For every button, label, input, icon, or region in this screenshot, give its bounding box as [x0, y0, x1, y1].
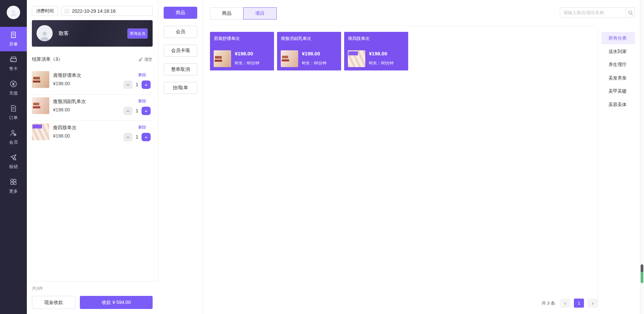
action-hold-order-button[interactable]: 挂/取单: [164, 82, 197, 94]
sidebar-item-label: 售卡: [9, 66, 18, 72]
product-name: 肩颈舒缓单次: [214, 36, 240, 42]
product-card[interactable]: 瘦脸消副乳单次 ¥198.00 时长：60分钟: [277, 32, 341, 70]
quantity-decrease-button[interactable]: −: [123, 81, 132, 89]
product-price: ¥198.00: [235, 51, 253, 56]
quantity-decrease-button[interactable]: −: [123, 107, 132, 115]
category-item-hair[interactable]: 美发养发: [601, 72, 635, 84]
category-item-nails[interactable]: 美甲美睫: [601, 85, 635, 97]
category-item-all[interactable]: 所有分类: [601, 32, 635, 44]
sidebar-item-label: 充值: [9, 90, 18, 96]
quantity-value: 1: [132, 108, 142, 113]
sidebar-item-members[interactable]: 会员: [0, 125, 27, 149]
sidebar-item-verify[interactable]: 核销: [0, 149, 27, 174]
quantity-increase-button[interactable]: +: [142, 81, 151, 89]
clear-cart-label: 清空: [144, 57, 152, 62]
cart-item-price: ¥198.00: [53, 81, 70, 86]
cart-item-name: 瘦四肢单次: [53, 125, 76, 131]
clear-cart-button[interactable]: 清空: [138, 57, 152, 62]
cart-list: 肩颈舒缓单次 ¥198.00 删除 − 1 + 瘦脸消副乳单次 ¥198.00 …: [32, 68, 153, 147]
action-member-button[interactable]: 会员: [164, 26, 197, 38]
product-card[interactable]: 瘦四肢单次 ¥198.00 时长：60分钟: [344, 32, 408, 70]
query-member-button[interactable]: 查询会员: [127, 29, 148, 39]
datetime-input[interactable]: [72, 8, 150, 14]
sidebar-item-billing[interactable]: 开单: [0, 27, 27, 51]
quantity-value: 1: [132, 134, 142, 140]
sidebar-item-more[interactable]: 更多: [0, 174, 27, 198]
sidebar-item-label: 核销: [9, 164, 18, 170]
category-tabs: 商品 项目: [210, 7, 277, 19]
product-duration: 时长：60分钟: [235, 60, 259, 66]
verify-icon: [9, 153, 17, 161]
action-column: 商品 会员 会员卡项 整单取消 挂/取单: [158, 0, 203, 314]
cart-item-name: 瘦脸消副乳单次: [53, 99, 86, 105]
pagination: 共 3 条 ‹ 1 ›: [203, 299, 598, 308]
search-button[interactable]: [626, 8, 635, 17]
sell-card-icon: [9, 55, 17, 63]
time-type-button[interactable]: 消费时间: [32, 6, 58, 16]
tab-projects[interactable]: 项目: [243, 7, 277, 19]
orders-icon: [9, 104, 17, 112]
category-item-water-delivery[interactable]: 送水到家: [601, 45, 635, 58]
cart-item-name: 肩颈舒缓单次: [53, 72, 81, 78]
product-card[interactable]: 肩颈舒缓单次 ¥198.00 时长：60分钟: [210, 32, 274, 70]
product-thumbnail: [32, 71, 49, 88]
search-icon: [628, 10, 633, 15]
cart-item-price: ¥198.00: [53, 107, 70, 112]
checkout-button[interactable]: 收款 ¥ 594.00: [80, 296, 153, 309]
action-product-button[interactable]: 商品: [164, 7, 197, 19]
product-price: ¥198.00: [369, 51, 387, 56]
cart-header: 结算清单（3） 清空: [32, 56, 152, 63]
cart-item: 瘦四肢单次 ¥198.00 删除 − 1 +: [32, 121, 153, 147]
pagination-current-page[interactable]: 1: [574, 299, 584, 308]
sidebar-item-orders[interactable]: 订单: [0, 100, 27, 125]
cart-panel: 消费时间 散客 查询会员 结算清单（3） 清空: [27, 0, 158, 314]
person-icon: [39, 29, 51, 41]
product-thumbnail: [348, 50, 365, 67]
broom-icon: [138, 57, 143, 62]
more-icon: [9, 178, 17, 186]
cash-payment-button[interactable]: 现金收款: [32, 296, 75, 309]
product-thumbnail: [281, 50, 298, 67]
category-divider: [598, 30, 598, 303]
cart-item: 肩颈舒缓单次 ¥198.00 删除 − 1 +: [32, 68, 153, 95]
billing-icon: [9, 31, 17, 39]
delete-item-link[interactable]: 删除: [138, 72, 146, 78]
member-avatar: [37, 25, 53, 41]
window-scrollbar[interactable]: [640, 0, 644, 314]
search-input[interactable]: [560, 8, 626, 17]
product-thumbnail: [32, 123, 49, 140]
tab-divider: [210, 26, 598, 26]
cart-item: 瘦脸消副乳单次 ¥198.00 删除 − 1 +: [32, 95, 153, 121]
scrollbar-thumb-top: [641, 264, 643, 272]
sidebar-nav: 开单 售卡 充值 订单: [0, 27, 27, 198]
main-sidebar: 开单 售卡 充值 订单: [0, 0, 27, 314]
quantity-increase-button[interactable]: +: [142, 133, 151, 141]
product-thumbnail: [32, 97, 49, 114]
delete-item-link[interactable]: 删除: [138, 124, 146, 130]
member-card: 散客 查询会员: [32, 20, 153, 47]
pagination-prev-button[interactable]: ‹: [560, 299, 570, 308]
sidebar-item-label: 订单: [9, 115, 18, 121]
cart-total-count: 共3件: [32, 285, 43, 292]
quantity-increase-button[interactable]: +: [142, 107, 151, 115]
members-icon: [9, 129, 17, 137]
sidebar-item-sell-card[interactable]: 售卡: [0, 51, 27, 76]
user-avatar[interactable]: [7, 6, 20, 19]
product-thumbnail: [214, 50, 231, 67]
quantity-value: 1: [132, 82, 142, 87]
action-cancel-order-button[interactable]: 整单取消: [164, 63, 197, 75]
quantity-decrease-button[interactable]: −: [123, 133, 132, 141]
delete-item-link[interactable]: 删除: [138, 98, 146, 104]
pagination-next-button[interactable]: ›: [588, 299, 598, 308]
action-member-card-button[interactable]: 会员卡项: [164, 45, 197, 57]
datetime-picker[interactable]: [61, 6, 153, 16]
sidebar-item-label: 会员: [9, 139, 18, 145]
cart-item-price: ¥198.00: [53, 133, 70, 139]
sidebar-item-recharge[interactable]: 充值: [0, 76, 27, 100]
scrollbar-thumb[interactable]: [641, 264, 643, 283]
category-item-beauty[interactable]: 美容美体: [601, 98, 635, 111]
category-item-wellness[interactable]: 养生理疗: [601, 58, 635, 71]
tab-products[interactable]: 商品: [210, 7, 244, 19]
main-content: 商品 项目 肩颈舒缓单次 ¥198.00 时长：60分钟 瘦脸消副乳单次: [203, 0, 644, 314]
product-name: 瘦脸消副乳单次: [281, 36, 311, 42]
